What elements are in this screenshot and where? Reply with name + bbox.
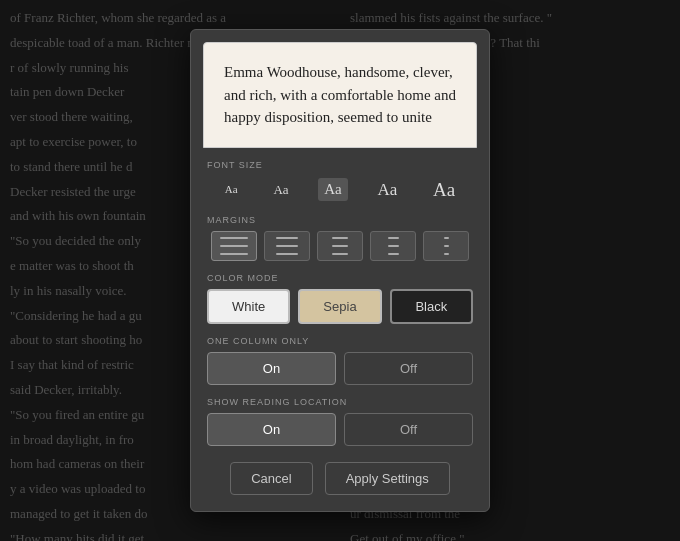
one-column-label: ONE COLUMN ONLY bbox=[207, 336, 473, 346]
font-size-btn-3[interactable]: Aa bbox=[318, 178, 348, 201]
color-mode-label: COLOR MODE bbox=[207, 273, 473, 283]
apply-settings-button[interactable]: Apply Settings bbox=[325, 462, 450, 495]
color-sepia-btn[interactable]: Sepia bbox=[298, 289, 381, 324]
margins-row bbox=[191, 231, 489, 261]
margin-icon-2 bbox=[273, 237, 301, 255]
font-size-label: FONT SIZE bbox=[207, 160, 473, 170]
color-white-btn[interactable]: White bbox=[207, 289, 290, 324]
margin-icon-5 bbox=[432, 237, 460, 255]
font-size-btn-4[interactable]: Aa bbox=[371, 177, 403, 202]
margin-btn-3[interactable] bbox=[317, 231, 363, 261]
one-column-toggle-row: On Off bbox=[191, 352, 489, 385]
font-size-row: Aa Aa Aa Aa Aa bbox=[191, 176, 489, 203]
preview-area: Emma Woodhouse, handsome, clever, and ri… bbox=[203, 42, 477, 148]
color-mode-row: White Sepia Black bbox=[191, 289, 489, 324]
reading-location-toggle-row: On Off bbox=[191, 413, 489, 446]
margin-icon-3 bbox=[326, 237, 354, 255]
reading-location-on-btn[interactable]: On bbox=[207, 413, 336, 446]
cancel-button[interactable]: Cancel bbox=[230, 462, 312, 495]
show-reading-location-label: SHOW READING LOCATION bbox=[207, 397, 473, 407]
margin-btn-4[interactable] bbox=[370, 231, 416, 261]
footer-row: Cancel Apply Settings bbox=[191, 450, 489, 495]
color-black-btn[interactable]: Black bbox=[390, 289, 473, 324]
font-size-btn-5[interactable]: Aa bbox=[427, 176, 461, 203]
margin-btn-2[interactable] bbox=[264, 231, 310, 261]
one-column-off-btn[interactable]: Off bbox=[344, 352, 473, 385]
font-size-btn-1[interactable]: Aa bbox=[219, 180, 244, 199]
settings-modal: Emma Woodhouse, handsome, clever, and ri… bbox=[190, 29, 490, 512]
preview-text: Emma Woodhouse, handsome, clever, and ri… bbox=[224, 61, 456, 129]
margin-icon-1 bbox=[220, 237, 248, 255]
margins-label: MARGINS bbox=[207, 215, 473, 225]
modal-overlay: Emma Woodhouse, handsome, clever, and ri… bbox=[0, 0, 680, 541]
margin-btn-5[interactable] bbox=[423, 231, 469, 261]
one-column-on-btn[interactable]: On bbox=[207, 352, 336, 385]
font-size-btn-2[interactable]: Aa bbox=[267, 179, 294, 200]
reading-location-off-btn[interactable]: Off bbox=[344, 413, 473, 446]
margin-btn-1[interactable] bbox=[211, 231, 257, 261]
margin-icon-4 bbox=[379, 237, 407, 255]
